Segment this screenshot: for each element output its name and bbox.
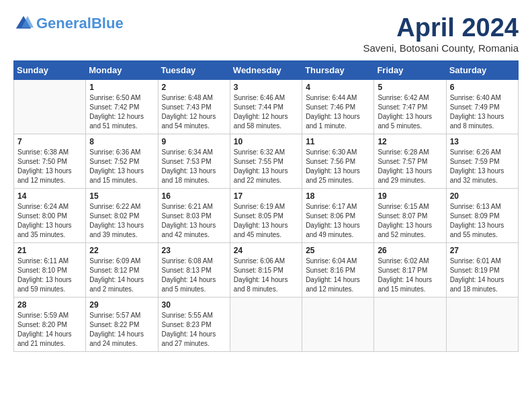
day-info: Sunrise: 5:55 AM Sunset: 8:23 PM Dayligh…	[162, 311, 226, 349]
day-number: 1	[89, 83, 154, 92]
calendar-week-5: 28Sunrise: 5:59 AM Sunset: 8:20 PM Dayli…	[14, 298, 519, 352]
weekday-header-thursday: Thursday	[302, 61, 374, 80]
day-info: Sunrise: 6:28 AM Sunset: 7:57 PM Dayligh…	[378, 148, 442, 185]
day-number: 20	[450, 191, 515, 201]
calendar-cell	[14, 80, 86, 134]
calendar-cell: 27Sunrise: 6:01 AM Sunset: 8:19 PM Dayli…	[446, 243, 518, 298]
calendar-cell: 23Sunrise: 6:08 AM Sunset: 8:13 PM Dayli…	[158, 243, 230, 298]
calendar-cell	[446, 298, 518, 352]
weekday-header-tuesday: Tuesday	[158, 61, 230, 80]
day-info: Sunrise: 6:15 AM Sunset: 8:07 PM Dayligh…	[378, 202, 442, 240]
calendar-week-3: 14Sunrise: 6:24 AM Sunset: 8:00 PM Dayli…	[14, 189, 519, 243]
day-number: 26	[378, 246, 442, 255]
day-number: 3	[234, 83, 298, 92]
day-number: 10	[234, 137, 298, 146]
day-number: 11	[306, 137, 370, 146]
calendar-cell: 1Sunrise: 6:50 AM Sunset: 7:42 PM Daylig…	[86, 80, 158, 134]
day-number: 27	[450, 246, 515, 255]
weekday-header-monday: Monday	[86, 61, 158, 80]
day-info: Sunrise: 6:19 AM Sunset: 8:05 PM Dayligh…	[234, 202, 298, 240]
calendar-cell: 22Sunrise: 6:09 AM Sunset: 8:12 PM Dayli…	[86, 243, 158, 298]
day-info: Sunrise: 6:40 AM Sunset: 7:49 PM Dayligh…	[450, 93, 515, 131]
calendar-cell: 26Sunrise: 6:02 AM Sunset: 8:17 PM Dayli…	[374, 243, 446, 298]
day-number: 2	[162, 83, 226, 92]
day-info: Sunrise: 6:22 AM Sunset: 8:02 PM Dayligh…	[89, 202, 154, 240]
calendar-cell: 30Sunrise: 5:55 AM Sunset: 8:23 PM Dayli…	[158, 298, 230, 352]
logo: GeneralBlue	[13, 13, 124, 34]
day-info: Sunrise: 6:04 AM Sunset: 8:16 PM Dayligh…	[306, 257, 370, 294]
calendar-table: SundayMondayTuesdayWednesdayThursdayFrid…	[13, 60, 519, 352]
day-number: 24	[234, 246, 298, 255]
calendar-cell: 24Sunrise: 6:06 AM Sunset: 8:15 PM Dayli…	[230, 243, 302, 298]
day-number: 29	[89, 300, 154, 310]
calendar-body: 1Sunrise: 6:50 AM Sunset: 7:42 PM Daylig…	[14, 80, 519, 352]
day-info: Sunrise: 6:30 AM Sunset: 7:56 PM Dayligh…	[306, 148, 370, 185]
calendar-cell: 14Sunrise: 6:24 AM Sunset: 8:00 PM Dayli…	[14, 189, 86, 243]
day-info: Sunrise: 6:46 AM Sunset: 7:44 PM Dayligh…	[234, 93, 298, 131]
day-number: 16	[162, 191, 226, 201]
calendar-week-1: 1Sunrise: 6:50 AM Sunset: 7:42 PM Daylig…	[14, 80, 519, 134]
day-info: Sunrise: 6:06 AM Sunset: 8:15 PM Dayligh…	[234, 257, 298, 294]
day-info: Sunrise: 6:17 AM Sunset: 8:06 PM Dayligh…	[306, 202, 370, 240]
weekday-header-sunday: Sunday	[14, 61, 86, 80]
day-number: 17	[234, 191, 298, 201]
day-number: 13	[450, 137, 515, 146]
day-info: Sunrise: 6:50 AM Sunset: 7:42 PM Dayligh…	[89, 93, 154, 131]
calendar-cell: 13Sunrise: 6:26 AM Sunset: 7:59 PM Dayli…	[446, 134, 518, 189]
calendar-week-4: 21Sunrise: 6:11 AM Sunset: 8:10 PM Dayli…	[14, 243, 519, 298]
weekday-header-wednesday: Wednesday	[230, 61, 302, 80]
day-number: 23	[162, 246, 226, 255]
day-number: 22	[89, 246, 154, 255]
calendar-cell: 2Sunrise: 6:48 AM Sunset: 7:43 PM Daylig…	[158, 80, 230, 134]
day-info: Sunrise: 6:09 AM Sunset: 8:12 PM Dayligh…	[89, 257, 154, 294]
calendar-cell: 10Sunrise: 6:32 AM Sunset: 7:55 PM Dayli…	[230, 134, 302, 189]
day-info: Sunrise: 6:21 AM Sunset: 8:03 PM Dayligh…	[162, 202, 226, 240]
day-info: Sunrise: 6:36 AM Sunset: 7:52 PM Dayligh…	[89, 148, 154, 185]
calendar-cell: 11Sunrise: 6:30 AM Sunset: 7:56 PM Dayli…	[302, 134, 374, 189]
day-number: 7	[17, 137, 82, 146]
day-info: Sunrise: 6:26 AM Sunset: 7:59 PM Dayligh…	[450, 148, 515, 185]
day-number: 15	[89, 191, 154, 201]
weekday-header-friday: Friday	[374, 61, 446, 80]
day-info: Sunrise: 6:44 AM Sunset: 7:46 PM Dayligh…	[306, 93, 370, 131]
calendar-cell: 15Sunrise: 6:22 AM Sunset: 8:02 PM Dayli…	[86, 189, 158, 243]
day-number: 30	[162, 300, 226, 310]
calendar-cell: 6Sunrise: 6:40 AM Sunset: 7:49 PM Daylig…	[446, 80, 518, 134]
calendar-cell: 4Sunrise: 6:44 AM Sunset: 7:46 PM Daylig…	[302, 80, 374, 134]
day-info: Sunrise: 5:59 AM Sunset: 8:20 PM Dayligh…	[17, 311, 82, 349]
calendar-cell: 16Sunrise: 6:21 AM Sunset: 8:03 PM Dayli…	[158, 189, 230, 243]
calendar-cell: 3Sunrise: 6:46 AM Sunset: 7:44 PM Daylig…	[230, 80, 302, 134]
calendar-cell	[230, 298, 302, 352]
calendar-cell: 17Sunrise: 6:19 AM Sunset: 8:05 PM Dayli…	[230, 189, 302, 243]
day-number: 28	[17, 300, 82, 310]
calendar-cell: 5Sunrise: 6:42 AM Sunset: 7:47 PM Daylig…	[374, 80, 446, 134]
day-number: 21	[17, 246, 82, 255]
day-info: Sunrise: 6:02 AM Sunset: 8:17 PM Dayligh…	[378, 257, 442, 294]
day-info: Sunrise: 6:38 AM Sunset: 7:50 PM Dayligh…	[17, 148, 82, 185]
day-info: Sunrise: 6:48 AM Sunset: 7:43 PM Dayligh…	[162, 93, 226, 131]
day-info: Sunrise: 6:13 AM Sunset: 8:09 PM Dayligh…	[450, 202, 515, 240]
day-number: 9	[162, 137, 226, 146]
day-number: 6	[450, 83, 515, 92]
calendar-cell: 25Sunrise: 6:04 AM Sunset: 8:16 PM Dayli…	[302, 243, 374, 298]
logo-text: GeneralBlue	[36, 15, 124, 32]
calendar-cell: 20Sunrise: 6:13 AM Sunset: 8:09 PM Dayli…	[446, 189, 518, 243]
day-info: Sunrise: 6:08 AM Sunset: 8:13 PM Dayligh…	[162, 257, 226, 294]
day-info: Sunrise: 6:24 AM Sunset: 8:00 PM Dayligh…	[17, 202, 82, 240]
calendar-cell: 12Sunrise: 6:28 AM Sunset: 7:57 PM Dayli…	[374, 134, 446, 189]
calendar-cell	[302, 298, 374, 352]
calendar-cell: 7Sunrise: 6:38 AM Sunset: 7:50 PM Daylig…	[14, 134, 86, 189]
day-number: 8	[89, 137, 154, 146]
calendar-cell: 9Sunrise: 6:34 AM Sunset: 7:53 PM Daylig…	[158, 134, 230, 189]
month-title: April 2024	[363, 13, 519, 42]
calendar-cell: 18Sunrise: 6:17 AM Sunset: 8:06 PM Dayli…	[302, 189, 374, 243]
calendar-cell: 28Sunrise: 5:59 AM Sunset: 8:20 PM Dayli…	[14, 298, 86, 352]
weekday-header-row: SundayMondayTuesdayWednesdayThursdayFrid…	[14, 61, 519, 80]
calendar-cell	[374, 298, 446, 352]
day-number: 19	[378, 191, 442, 201]
calendar-cell: 8Sunrise: 6:36 AM Sunset: 7:52 PM Daylig…	[86, 134, 158, 189]
day-info: Sunrise: 6:42 AM Sunset: 7:47 PM Dayligh…	[378, 93, 442, 131]
weekday-header-saturday: Saturday	[446, 61, 518, 80]
day-number: 18	[306, 191, 370, 201]
day-info: Sunrise: 6:32 AM Sunset: 7:55 PM Dayligh…	[234, 148, 298, 185]
